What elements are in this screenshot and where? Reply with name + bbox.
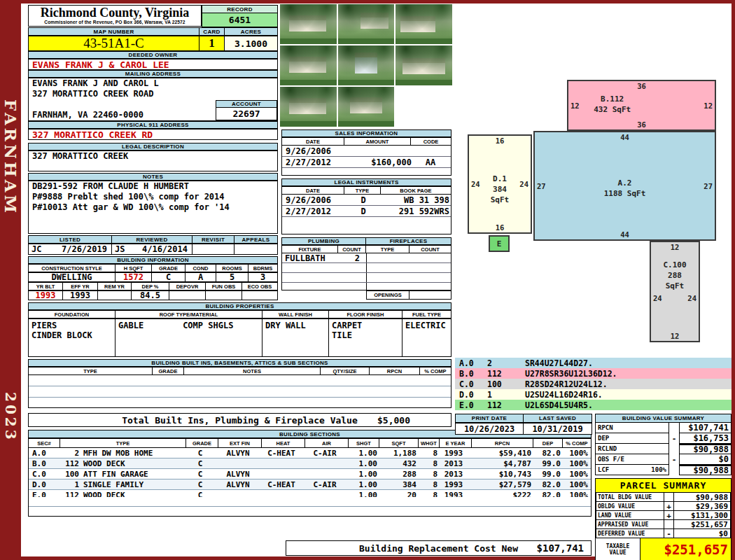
parcel-row-label: APPRAISED VALUE <box>596 520 664 529</box>
property-photo-7[interactable] <box>280 87 337 127</box>
built-ins-header: BUILDING BUILT INS, BASEMENTS, ATTICS & … <box>28 359 451 367</box>
cell-legal-type: D <box>345 206 382 216</box>
yrblt-label: YR BLT <box>28 282 63 290</box>
parcel-summary-header: PARCEL SUMMARY <box>596 479 731 493</box>
appeals-label: APPEALS <box>234 235 278 244</box>
cell-rpcn: $27,579 <box>470 480 531 489</box>
listed-by: JC <box>31 244 41 254</box>
bdrms-label: BDRMS <box>248 264 278 272</box>
dates-values: 10/26/2023 10/31/2019 <box>455 423 592 435</box>
review-headers: LISTED REVIEWED REVISIT APPEALS <box>28 235 278 244</box>
reviewed-date: 4/16/2014 <box>142 244 188 254</box>
cell-dep: 82.0 <box>531 480 561 489</box>
bs-dep-label: DEP <box>533 439 563 447</box>
legend-row: A.0 2 SR44U27L44D27. <box>455 358 732 368</box>
sketch-e-name: E <box>497 239 502 249</box>
cell-legal-bookpage: 291 592WRS <box>382 206 449 216</box>
funobs-label: FUN OBS <box>206 282 242 290</box>
map-number: 43-51A1-C <box>28 36 200 51</box>
physical-address-label: PHYSICAL 911 ADDRESS <box>28 121 278 129</box>
record-label: RECORD <box>202 5 278 13</box>
parcel-summary-row: OBLDG VALUE + $29,369 <box>596 502 731 511</box>
built-ins-empty-rows <box>28 375 451 408</box>
cell-legal-bookpage: WB 31 398 <box>382 195 449 205</box>
parcel-row-sign: + <box>664 511 673 520</box>
cell-whgt: 8 <box>416 470 438 479</box>
sketch-section-c: 12 24 24 12 C.100 288 SqFt <box>650 241 700 342</box>
sketch-area: 36 12 12 36 B.112 432 SqFt 44 27 27 44 A… <box>455 4 732 358</box>
taxable-value-label: TAXABLE VALUE <box>596 538 640 560</box>
effyr-value: 1993 <box>63 290 98 300</box>
bs-sec-label: SEC# <box>29 439 60 447</box>
value-summary-pct: 100% <box>651 466 666 473</box>
cell-sqft: 384 <box>377 480 416 489</box>
cell-shgt: 1.00 <box>346 449 377 458</box>
building-value-summary-rows: RPCN $107,741 DEP - $16,753 <box>595 423 732 475</box>
foundation-line-2: CINDER BLOCK <box>31 330 92 340</box>
plumbing-fireplaces-column-headers: FIXTURE COUNT TYPE COUNT <box>281 245 451 253</box>
cell-shgt: 1.00 <box>346 470 377 479</box>
dim-d-left: 24 <box>471 180 480 188</box>
taxable-value-amount: $251,657 <box>640 538 731 560</box>
sales-row: 9/26/2006 <box>282 146 451 157</box>
property-photo-5[interactable] <box>338 46 395 85</box>
reviewed-value: JS 4/16/2014 <box>112 244 192 255</box>
district-label: FARNHAM <box>0 80 21 234</box>
legend-vector: SR44U27L44D27. <box>525 358 732 368</box>
parcel-row-amount: $90,988 <box>673 493 731 502</box>
legend-row: E.0 112 U2L6SD4L5U4R5. <box>455 400 732 410</box>
replacement-cost-row: Building Replacement Cost New $107,741 <box>286 540 592 556</box>
property-photo-6[interactable] <box>396 46 452 85</box>
parcel-row-sign: + <box>664 502 673 511</box>
hsqft-label: H SQFT <box>115 264 152 272</box>
reviewed-by: JS <box>115 244 125 254</box>
cell-whgt: 8 <box>416 449 438 458</box>
value-summary-sign: - <box>669 433 679 444</box>
value-summary-sign <box>669 465 679 475</box>
depovr-value <box>169 290 206 300</box>
building-section-row: C.0 100 ATT FIN GARAGE C ALVYN 1.00 288 … <box>29 469 591 479</box>
dim-b-bottom: 36 <box>568 120 715 129</box>
legend-row: B.0 112 U27R8SR36U12L36D12. <box>455 368 732 379</box>
dim-a-left: 27 <box>537 182 546 190</box>
reviewed-label: REVIEWED <box>112 235 192 244</box>
cell-sqft: 288 <box>377 470 416 479</box>
parcel-summary-row: DEFERRED VALUE - $0 <box>596 529 731 538</box>
property-photo-8[interactable] <box>338 87 395 127</box>
cell-type-code: 1 <box>57 480 79 489</box>
value-summary-row: RCLND $90,988 <box>595 444 732 454</box>
legend-code: B.0 <box>455 369 487 379</box>
property-photo-2[interactable] <box>338 4 395 44</box>
value-summary-label-text: LCF <box>598 466 609 473</box>
cell-comp: 100% <box>561 480 591 489</box>
fuel-type-label: FUEL TYPE <box>402 310 451 318</box>
bs-empty-row <box>29 497 591 507</box>
legal-bookpage-label: BOOK PAGE <box>381 186 451 195</box>
sketch-section-d: 16 24 24 16 D.1 384 SqFt <box>468 134 532 234</box>
legend-row: D.0 1 U2SU24L16D24R16. <box>455 389 732 400</box>
cell-eyear: 2013 <box>438 470 470 479</box>
account-box: ACCOUNT 22697 <box>216 100 277 120</box>
building-information-header: BUILDING INFORMATION <box>28 256 278 264</box>
plumbing-empty-row <box>282 273 451 283</box>
parcel-row-label: LAND VALUE <box>596 511 664 520</box>
card-label: CARD <box>200 27 225 36</box>
hsqft-value: 1572 <box>115 272 152 282</box>
sales-date-label: DATE <box>281 137 344 146</box>
building-info-values-1: DWELLING 1572 C A 5 3 <box>28 272 278 282</box>
yrblt-value: 1993 <box>28 290 63 300</box>
account-label: ACCOUNT <box>216 100 277 108</box>
built-ins-empty-row <box>29 386 451 398</box>
fixture-count-value: 2 <box>336 253 360 263</box>
sales-column-headers: DATE AMOUNT CODE <box>281 137 451 146</box>
property-photo-3[interactable] <box>396 4 452 44</box>
openings-label: OPENINGS <box>366 290 410 300</box>
value-summary-amount: $107,741 <box>679 423 732 433</box>
dep-pct-label: DEP % <box>132 282 169 290</box>
foundation-value: PIERS CINDER BLOCK <box>28 318 115 357</box>
cell-eyear: 2013 <box>438 459 470 468</box>
value-summary-amount: $16,753 <box>679 433 732 444</box>
grade-label: GRADE <box>152 264 186 272</box>
property-photo-1[interactable] <box>280 4 337 44</box>
property-photo-4[interactable] <box>280 46 337 85</box>
